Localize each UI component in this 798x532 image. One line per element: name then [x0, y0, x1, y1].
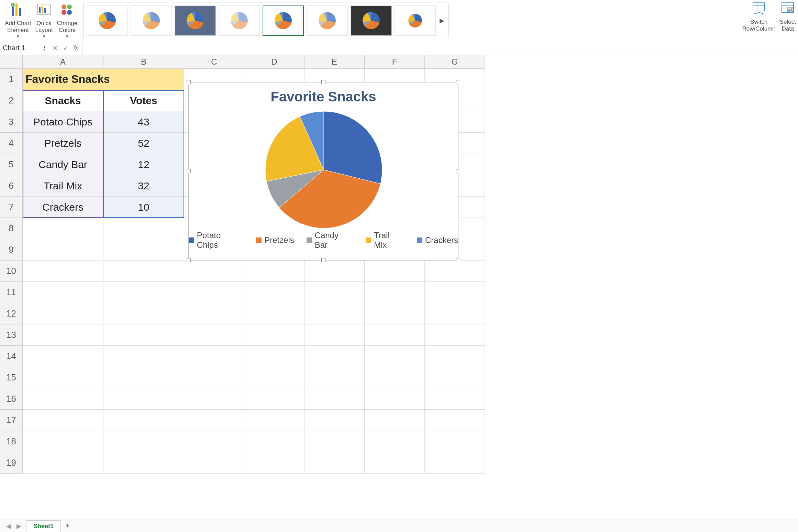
cell[interactable] [103, 410, 184, 431]
cell[interactable] [23, 282, 103, 303]
styles-more-icon[interactable]: ▶ [439, 17, 445, 24]
cell[interactable] [244, 367, 304, 388]
legend-item[interactable]: Potato Chips [189, 231, 244, 250]
row-header[interactable]: 11 [0, 282, 23, 303]
cell[interactable] [184, 367, 244, 388]
cell[interactable] [184, 282, 244, 303]
cell[interactable] [425, 410, 485, 431]
cell[interactable] [244, 282, 304, 303]
cell[interactable] [184, 261, 244, 282]
row-header[interactable]: 2 [0, 90, 23, 111]
cell-A3[interactable]: Potato Chips [23, 111, 103, 133]
row-header[interactable]: 6 [0, 175, 23, 197]
cell-B4[interactable]: 52 [103, 133, 184, 154]
cell[interactable] [304, 388, 365, 410]
cell[interactable] [304, 261, 365, 282]
chart-title[interactable]: Favorite Snacks [189, 82, 458, 104]
cell[interactable] [425, 431, 485, 452]
name-box[interactable]: Chart 1 ▴▾ [0, 43, 48, 53]
row-header[interactable]: 10 [0, 261, 23, 282]
resize-handle[interactable] [456, 169, 460, 173]
cell[interactable] [244, 324, 304, 346]
chart-style-3[interactable] [175, 5, 216, 36]
chart-style-6[interactable] [307, 5, 348, 36]
cell[interactable] [103, 282, 184, 303]
cell[interactable] [425, 452, 485, 474]
pie-chart[interactable] [189, 104, 459, 235]
cell-B3[interactable]: 43 [103, 111, 184, 133]
chart-style-4[interactable] [219, 5, 260, 36]
col-header-B[interactable]: B [103, 55, 184, 69]
row-header[interactable]: 7 [0, 197, 23, 218]
tab-nav-prev-icon[interactable]: ◀ [3, 522, 14, 530]
col-header-E[interactable]: E [304, 55, 365, 69]
cell[interactable] [244, 388, 304, 410]
cell[interactable] [365, 303, 425, 324]
resize-handle[interactable] [187, 258, 191, 262]
resize-handle[interactable] [187, 169, 191, 173]
legend-item[interactable]: Pretzels [256, 231, 294, 250]
cell[interactable] [425, 261, 485, 282]
cell[interactable] [304, 303, 365, 324]
cell[interactable] [103, 452, 184, 474]
cell[interactable] [23, 346, 103, 367]
row-header[interactable]: 3 [0, 111, 23, 133]
cell[interactable] [103, 367, 184, 388]
cell[interactable] [365, 324, 425, 346]
quick-layout-button[interactable]: Quick Layout ▼ [33, 1, 55, 39]
cell-A5[interactable]: Candy Bar [23, 154, 103, 175]
cell-B6[interactable]: 32 [103, 175, 184, 197]
cell[interactable] [365, 261, 425, 282]
row-header[interactable]: 15 [0, 367, 23, 388]
cell-A4[interactable]: Pretzels [23, 133, 103, 154]
sheet-tab-active[interactable]: Sheet1 [26, 520, 61, 532]
cell-A2[interactable]: Snacks [23, 90, 103, 111]
cell[interactable] [365, 452, 425, 474]
cell[interactable] [425, 367, 485, 388]
cell[interactable] [103, 431, 184, 452]
cell[interactable] [23, 239, 103, 261]
cell[interactable] [23, 367, 103, 388]
name-box-stepper-icon[interactable]: ▴▾ [44, 45, 45, 51]
cell[interactable] [184, 346, 244, 367]
row-header[interactable]: 9 [0, 239, 23, 261]
cell[interactable] [184, 324, 244, 346]
cell[interactable] [365, 431, 425, 452]
select-data-button[interactable]: Select Data [778, 0, 798, 38]
cell[interactable] [103, 218, 184, 239]
legend-item[interactable]: Candy Bar [307, 231, 353, 250]
col-header-C[interactable]: C [184, 55, 244, 69]
cell[interactable] [304, 324, 365, 346]
cell[interactable] [103, 346, 184, 367]
cell[interactable] [23, 431, 103, 452]
cell[interactable] [244, 261, 304, 282]
cell-A7[interactable]: Crackers [23, 197, 103, 218]
add-sheet-button[interactable]: + [61, 520, 74, 532]
cell[interactable] [184, 303, 244, 324]
cancel-icon[interactable]: ✕ [52, 44, 58, 52]
cell[interactable] [103, 303, 184, 324]
cell[interactable] [244, 410, 304, 431]
row-header[interactable]: 19 [0, 452, 23, 474]
chart-style-7[interactable] [351, 5, 392, 36]
chart-style-8[interactable] [395, 5, 436, 36]
cell[interactable] [23, 261, 103, 282]
cell[interactable] [425, 346, 485, 367]
embedded-chart[interactable]: Favorite Snacks Potato Chips Pretzels Ca… [188, 82, 458, 261]
add-chart-element-button[interactable]: + Add Chart Element ▼ [3, 1, 33, 39]
resize-handle[interactable] [187, 80, 191, 84]
row-header[interactable]: 17 [0, 410, 23, 431]
cell[interactable] [184, 452, 244, 474]
switch-row-column-button[interactable]: Switch Row/Column [740, 0, 777, 38]
cell[interactable] [304, 452, 365, 474]
chart-style-2[interactable] [131, 5, 172, 36]
chart-style-1[interactable] [87, 5, 128, 36]
resize-handle[interactable] [321, 80, 325, 84]
chart-style-5[interactable] [263, 5, 304, 36]
row-header[interactable]: 4 [0, 133, 23, 154]
cell[interactable] [103, 388, 184, 410]
row-header[interactable]: 13 [0, 324, 23, 346]
legend-item[interactable]: Trail Mix [366, 231, 404, 250]
cell-A1-title[interactable]: Favorite Snacks [23, 69, 184, 90]
cell[interactable] [365, 282, 425, 303]
